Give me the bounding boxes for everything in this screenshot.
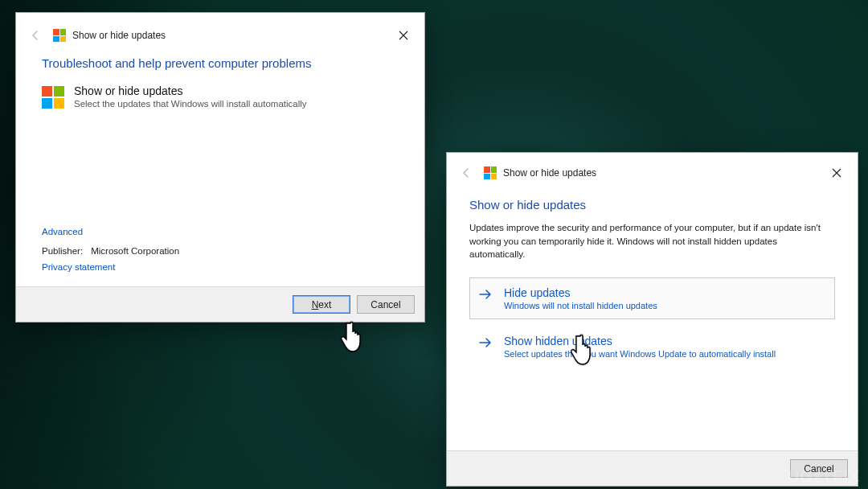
option-title: Hide updates xyxy=(504,286,657,299)
close-icon[interactable] xyxy=(821,161,853,185)
arrow-right-icon xyxy=(478,286,494,310)
tool-row: Show or hide updates Select the updates … xyxy=(42,84,399,109)
troubleshooter-dialog-options: Show or hide updates Show or hide update… xyxy=(446,152,858,487)
publisher-row: Publisher: Microsoft Corporation xyxy=(42,246,399,256)
titlebar: Show or hide updates xyxy=(16,13,424,53)
windows-logo-icon xyxy=(53,29,66,42)
back-arrow-icon[interactable] xyxy=(457,163,476,183)
tool-title: Show or hide updates xyxy=(74,84,307,97)
window-title: Show or hide updates xyxy=(503,167,596,179)
page-heading: Troubleshoot and help prevent computer p… xyxy=(42,56,399,70)
tool-description: Select the updates that Windows will ins… xyxy=(74,99,307,109)
option-description: Windows will not install hidden updates xyxy=(504,301,657,310)
metadata-block: Advanced Publisher: Microsoft Corporatio… xyxy=(42,227,399,272)
option-description: Select updates that you want Windows Upd… xyxy=(504,349,776,359)
option-show-hidden-updates[interactable]: Show hidden updates Select updates that … xyxy=(469,326,835,368)
dialog-body: Show or hide updates Updates improve the… xyxy=(447,190,858,368)
close-icon[interactable] xyxy=(387,23,420,47)
cursor-hand-icon xyxy=(339,318,366,354)
publisher-value: Microsoft Corporation xyxy=(91,246,179,256)
troubleshooter-dialog-initial: Show or hide updates Troubleshoot and he… xyxy=(15,12,425,323)
dialog-footer: Next Cancel xyxy=(16,286,424,322)
publisher-label: Publisher: xyxy=(42,246,88,256)
advanced-link[interactable]: Advanced xyxy=(42,227,399,236)
titlebar: Show or hide updates xyxy=(447,153,858,190)
watermark: UGᴇᴛFIX xyxy=(788,466,860,486)
dialog-body: Troubleshoot and help prevent computer p… xyxy=(16,53,424,109)
window-title: Show or hide updates xyxy=(72,30,166,41)
page-heading: Show or hide updates xyxy=(469,198,835,212)
back-arrow-icon[interactable] xyxy=(26,26,45,45)
cancel-button[interactable]: Cancel xyxy=(357,295,415,314)
privacy-link[interactable]: Privacy statement xyxy=(42,262,399,272)
option-hide-updates[interactable]: Hide updates Windows will not install hi… xyxy=(469,277,835,319)
body-paragraph: Updates improve the security and perform… xyxy=(469,221,835,261)
windows-logo-icon xyxy=(484,166,497,179)
next-button[interactable]: Next xyxy=(293,295,350,314)
option-title: Show hidden updates xyxy=(504,335,776,347)
windows-logo-icon xyxy=(42,86,64,109)
arrow-right-icon xyxy=(478,335,494,359)
